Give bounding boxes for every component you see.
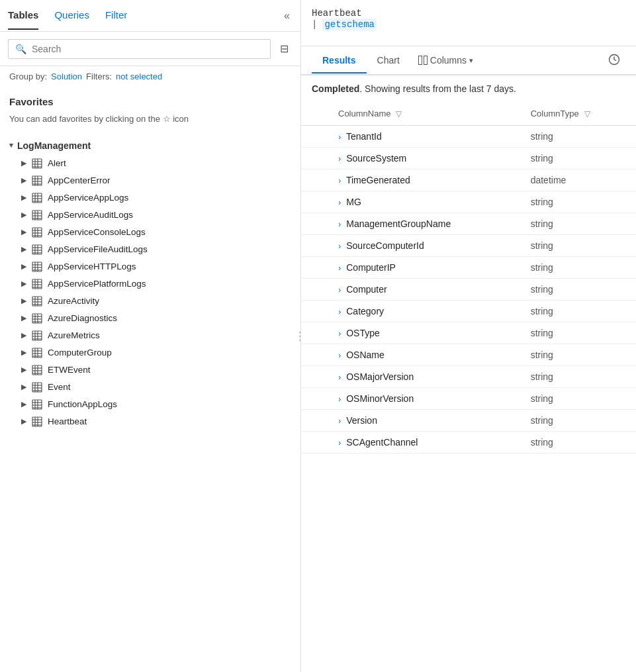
query-line-1: Heartbeat <box>312 8 625 19</box>
tab-columns[interactable]: Columns ▾ <box>410 48 481 73</box>
logmanagement-header[interactable]: ▾ LogManagement <box>0 136 300 155</box>
table-row[interactable]: › Category string <box>301 301 636 322</box>
row-expand-icon[interactable]: › <box>338 263 343 273</box>
row-expand-icon[interactable]: › <box>338 350 343 360</box>
table-item[interactable]: ▶ Event <box>0 379 300 396</box>
table-name-label: AppServiceAuditLogs <box>48 210 133 220</box>
expand-arrow-icon: ▶ <box>21 176 26 185</box>
table-row[interactable]: › TenantId string <box>301 126 636 148</box>
filters-value[interactable]: not selected <box>116 72 162 81</box>
row-expand-icon[interactable]: › <box>338 416 343 426</box>
column-name-filter-icon[interactable]: ▽ <box>396 109 402 119</box>
row-number <box>301 279 328 301</box>
row-number <box>301 388 328 410</box>
table-item[interactable]: ▶ ETWEvent <box>0 361 300 379</box>
table-row[interactable]: › OSName string <box>301 344 636 366</box>
search-icon: 🔍 <box>15 44 26 54</box>
tab-results[interactable]: Results <box>312 48 367 73</box>
row-expand-icon[interactable]: › <box>338 154 343 164</box>
resize-handle[interactable] <box>298 0 300 672</box>
collapse-button[interactable]: « <box>281 7 293 24</box>
table-row[interactable]: › ManagementGroupName string <box>301 213 636 235</box>
table-grid-icon <box>32 227 42 238</box>
table-item[interactable]: ▶ Heartbeat <box>0 413 300 430</box>
cell-column-type: string <box>520 410 636 432</box>
table-row[interactable]: › TimeGenerated datetime <box>301 169 636 191</box>
table-item[interactable]: ▶ AppServiceFileAuditLogs <box>0 241 300 258</box>
expand-arrow-icon: ▶ <box>21 279 26 288</box>
expand-arrow-icon: ▶ <box>21 383 26 391</box>
results-table: ColumnName ▽ ColumnType ▽ › <box>301 102 636 672</box>
cell-column-type: string <box>520 126 636 148</box>
cell-column-name: › SourceComputerId <box>328 235 520 257</box>
cell-column-type: string <box>520 388 636 410</box>
row-expand-icon[interactable]: › <box>338 307 343 316</box>
table-row[interactable]: › SourceSystem string <box>301 148 636 169</box>
filters-label: Filters: <box>86 72 112 81</box>
row-expand-icon[interactable]: › <box>338 285 343 295</box>
cell-column-type: string <box>520 257 636 279</box>
table-item[interactable]: ▶ Alert <box>0 155 300 172</box>
row-expand-icon[interactable]: › <box>338 197 343 207</box>
tab-tables[interactable]: Tables <box>8 1 38 30</box>
tab-chart[interactable]: Chart <box>367 48 410 73</box>
table-row[interactable]: › ComputerIP string <box>301 257 636 279</box>
group-by-value[interactable]: Solution <box>51 72 82 81</box>
query-editor[interactable]: Heartbeat | getschema <box>301 0 636 46</box>
table-row[interactable]: › MG string <box>301 191 636 213</box>
table-item[interactable]: ▶ AppCenterError <box>0 172 300 189</box>
row-expand-icon[interactable]: › <box>338 328 343 338</box>
row-expand-icon[interactable]: › <box>338 241 343 251</box>
table-row[interactable]: › OSMajorVersion string <box>301 366 636 388</box>
table-item[interactable]: ▶ FunctionAppLogs <box>0 396 300 413</box>
table-item[interactable]: ▶ AppServiceAuditLogs <box>0 207 300 224</box>
table-grid-icon <box>32 382 42 393</box>
table-grid-icon <box>32 416 42 427</box>
table-item[interactable]: ▶ AzureActivity <box>0 293 300 310</box>
table-row[interactable]: › Computer string <box>301 279 636 301</box>
cell-column-name: › TenantId <box>328 126 520 148</box>
query-table-name: Heartbeat <box>312 8 362 19</box>
table-row[interactable]: › SourceComputerId string <box>301 235 636 257</box>
row-expand-icon[interactable]: › <box>338 372 343 382</box>
tab-queries[interactable]: Queries <box>54 1 89 30</box>
row-expand-icon[interactable]: › <box>338 132 343 142</box>
table-item[interactable]: ▶ AzureDiagnostics <box>0 310 300 327</box>
column-type-filter-icon[interactable]: ▽ <box>584 109 590 119</box>
row-expand-icon[interactable]: › <box>338 394 343 404</box>
table-item[interactable]: ▶ AppServiceAppLogs <box>0 189 300 207</box>
table-item[interactable]: ▶ AzureMetrics <box>0 327 300 344</box>
table-row[interactable]: › SCAgentChannel string <box>301 432 636 454</box>
cell-column-type: datetime <box>520 169 636 191</box>
table-item[interactable]: ▶ ComputerGroup <box>0 344 300 361</box>
filter-icon[interactable]: ⊟ <box>276 38 293 59</box>
row-number <box>301 344 328 366</box>
query-line-2: | getschema <box>312 19 625 30</box>
table-row[interactable]: › Version string <box>301 410 636 432</box>
row-expand-icon[interactable]: › <box>338 438 343 448</box>
table-item[interactable]: ▶ AppServicePlatformLogs <box>0 275 300 293</box>
table-name-label: AzureActivity <box>48 296 99 306</box>
table-item[interactable]: ▶ AppServiceHTTPLogs <box>0 258 300 275</box>
left-scroll: Favorites You can add favorites by click… <box>0 87 300 672</box>
columns-tab-label: Columns <box>430 55 467 66</box>
row-expand-icon[interactable]: › <box>338 175 343 185</box>
tab-filter[interactable]: Filter <box>105 1 127 30</box>
table-grid-icon <box>32 175 42 186</box>
expand-arrow-icon: ▶ <box>21 365 26 374</box>
table-item[interactable]: ▶ AppServiceConsoleLogs <box>0 224 300 241</box>
favorites-description: You can add favorites by clicking on the… <box>9 113 291 126</box>
table-grid-icon <box>32 296 42 307</box>
table-row[interactable]: › OSMinorVersion string <box>301 388 636 410</box>
search-input[interactable] <box>32 44 263 54</box>
table-row[interactable]: › OSType string <box>301 322 636 344</box>
cell-column-name: › OSType <box>328 322 520 344</box>
row-expand-icon[interactable]: › <box>338 219 343 229</box>
favorites-title: Favorites <box>9 96 291 107</box>
table-name-label: Alert <box>48 158 66 168</box>
row-number <box>301 213 328 235</box>
time-icon-button[interactable] <box>603 48 625 73</box>
table-name-label: AppServiceAppLogs <box>48 193 128 203</box>
cell-column-name: › OSMinorVersion <box>328 388 520 410</box>
table-grid-icon <box>32 262 42 272</box>
